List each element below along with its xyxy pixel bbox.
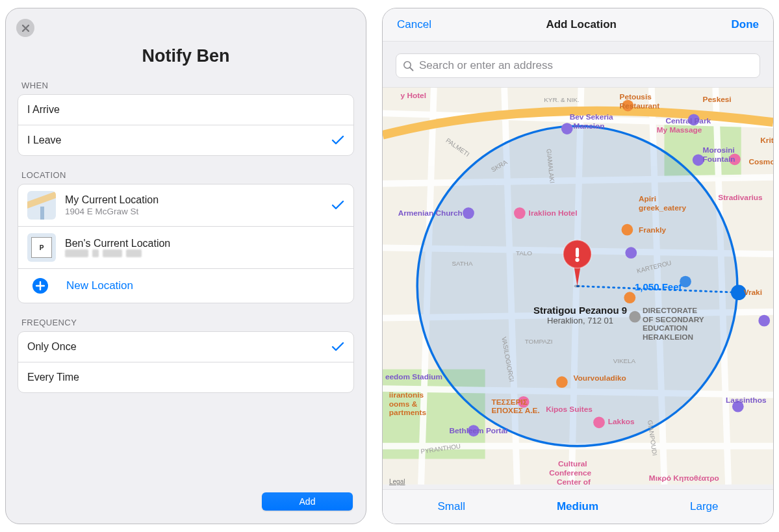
svg-point-16 [629,311,641,323]
svg-text:iirantonis: iirantonis [389,390,424,399]
svg-text:EDUCATION: EDUCATION [643,323,687,333]
search-placeholder: Search or enter an address [419,59,553,72]
svg-text:Armenian Church: Armenian Church [398,209,463,218]
svg-text:ΤΕΣΣΕΡΙΣ: ΤΕΣΣΕΡΙΣ [491,398,527,407]
svg-text:Lakkos: Lakkos [608,417,635,426]
svg-text:ΕΠΟΧΕΣ Α.Ε.: ΕΠΟΧΕΣ Α.Ε. [491,406,539,415]
section-header-location: LOCATION [18,170,354,184]
when-option-label: I Arrive [27,104,60,116]
svg-text:greek_eatery: greek_eatery [639,203,686,212]
svg-line-1 [410,68,413,71]
search-wrap: Search or enter an address [383,42,773,88]
location-title: Ben's Current Location [65,238,170,249]
when-option-label: I Leave [27,134,61,146]
svg-text:Stradivarius: Stradivarius [718,193,763,202]
page-title: Notify Ben [18,46,354,66]
svg-text:KYR. & NIK.: KYR. & NIK. [544,96,579,103]
section-frequency: FREQUENCY Only Once Every Time [18,318,354,393]
map-thumb-icon [27,191,56,220]
add-button[interactable]: Add [262,492,353,511]
size-large[interactable]: Large [690,500,718,513]
plus-icon [32,278,48,294]
svg-text:Vourvouladiko: Vourvouladiko [574,374,626,383]
svg-text:Cosmos: Cosmos [749,157,773,166]
svg-point-8 [463,207,474,219]
checkmark-icon [331,341,344,353]
svg-point-24 [758,315,770,327]
navbar: Cancel Add Location Done [383,8,773,42]
map-canvas: Armenian Church Iraklion Hotel Apiri gre… [383,88,773,485]
done-button[interactable]: Done [731,18,759,31]
frequency-option-label: Every Time [27,372,79,383]
svg-point-9 [514,207,526,219]
checkmark-icon [331,134,344,146]
legal-link[interactable]: Legal [389,478,405,485]
svg-text:Bethleem Portal: Bethleem Portal [449,426,507,435]
nav-title: Add Location [546,18,617,31]
location-title: My Current Location [65,194,159,206]
svg-point-19 [561,123,573,134]
svg-text:TALO: TALO [516,249,532,257]
svg-text:VIKELA: VIKELA [613,357,636,364]
search-input[interactable]: Search or enter an address [396,53,760,78]
notify-panel: Notify Ben WHEN I Arrive I Leave LOCATIO… [5,8,366,524]
map-thumb-icon: P [27,233,56,262]
location-subtitle-redacted [65,249,170,257]
svg-point-12 [624,292,635,303]
svg-text:Conference: Conference [549,468,591,477]
svg-text:eedom Stadium: eedom Stadium [385,372,442,381]
svg-text:Iraklion Hotel: Iraklion Hotel [529,209,578,218]
svg-text:Petousis: Petousis [620,92,652,101]
svg-rect-29 [576,247,579,257]
section-header-when: WHEN [18,81,354,94]
when-option-arrive[interactable]: I Arrive [18,95,353,125]
svg-text:Bev Sekeria: Bev Sekeria [570,112,613,121]
svg-text:partments: partments [389,408,427,417]
location-item-ben-current[interactable]: P Ben's Current Location [18,226,353,268]
search-icon [403,60,414,71]
svg-text:Peskesi: Peskesi [703,95,732,104]
svg-text:Frankly: Frankly [639,225,666,234]
section-location: LOCATION My Current Location 1904 E McGr… [18,170,354,303]
svg-text:HERAKLEION: HERAKLEION [643,333,693,342]
checkmark-icon [331,199,344,211]
svg-text:ooms &: ooms & [389,399,418,409]
svg-text:OF SECONDARY: OF SECONDARY [643,315,704,324]
add-location-panel: Cancel Add Location Done Search or enter… [382,8,774,524]
svg-text:y Hotel: y Hotel [401,91,426,100]
frequency-option-every[interactable]: Every Time [18,362,353,392]
svg-point-13 [556,376,568,388]
location-item-my-current[interactable]: My Current Location 1904 E McGraw St [18,184,353,226]
add-button-label: Add [300,496,316,507]
svg-text:Vraki: Vraki [744,288,762,297]
svg-text:DIRECTORATE: DIRECTORATE [643,306,697,315]
section-when: WHEN I Arrive I Leave [18,81,354,156]
size-tabs: Small Medium Large [383,489,773,524]
svg-text:Restaurant: Restaurant [620,101,660,110]
pin-address: Stratigou Pezanou 9 [533,305,627,316]
size-small[interactable]: Small [437,500,465,513]
pin-address-label: Stratigou Pezanou 9 Heraklion, 712 01 [533,305,627,325]
when-card: I Arrive I Leave [18,94,354,156]
size-medium[interactable]: Medium [557,500,598,513]
svg-text:Central Park: Central Park [665,116,711,125]
radius-label: 1,050 Feet [635,281,682,292]
svg-point-10 [625,247,637,259]
svg-point-30 [575,258,579,262]
svg-text:SATHA: SATHA [452,260,473,267]
svg-text:Center of: Center of [557,477,591,485]
map[interactable]: Armenian Church Iraklion Hotel Apiri gre… [383,88,773,489]
frequency-card: Only Once Every Time [18,331,354,393]
location-subtitle: 1904 E McGraw St [65,207,159,216]
new-location-button[interactable]: New Location [18,268,353,303]
svg-text:Kipos Suites: Kipos Suites [546,405,593,414]
frequency-option-label: Only Once [27,341,77,353]
when-option-leave[interactable]: I Leave [18,125,353,155]
close-button[interactable] [16,19,34,37]
section-header-frequency: FREQUENCY [18,318,354,331]
location-card: My Current Location 1904 E McGraw St P B… [18,184,354,303]
svg-text:Fountain: Fountain [703,155,735,164]
svg-text:My Massage: My Massage [657,125,702,134]
frequency-option-once[interactable]: Only Once [18,332,353,362]
cancel-button[interactable]: Cancel [397,18,431,31]
